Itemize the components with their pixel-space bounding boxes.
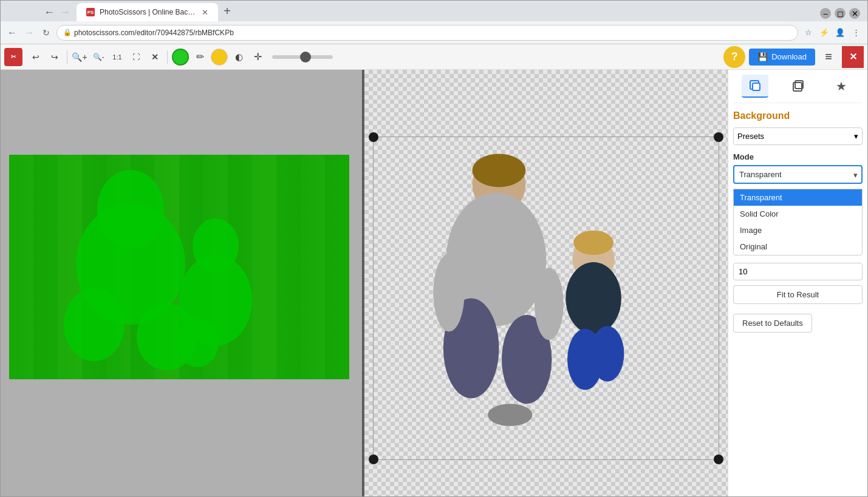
mode-dropdown-menu[interactable]: Transparent Solid Color Image Original: [733, 189, 863, 255]
original-image: [9, 155, 349, 379]
background-section: Background Presets ▾ Mode Transparent So…: [733, 110, 863, 333]
back-btn[interactable]: ←: [43, 6, 55, 19]
download-button[interactable]: 💾 Download: [749, 49, 815, 66]
editor-main: ★ Background Presets ▾ Mode: [1, 70, 867, 496]
keep-tool-button[interactable]: [172, 49, 189, 66]
dropdown-item-transparent[interactable]: Transparent: [734, 189, 862, 206]
toolbar-separator: [67, 50, 67, 64]
svg-point-12: [488, 404, 532, 426]
sidebar: ★ Background Presets ▾ Mode: [728, 70, 867, 496]
zoom-out-button[interactable]: 🔍-: [89, 48, 108, 66]
dropdown-item-solid-color[interactable]: Solid Color: [734, 206, 862, 222]
svg-point-17: [566, 262, 621, 334]
redo-button[interactable]: ↪: [46, 48, 64, 66]
tab-title: PhotoScissors | Online Backgrou...: [100, 8, 197, 16]
zoom-actual-button[interactable]: 1:1: [108, 48, 126, 66]
refresh-btn[interactable]: ↻: [39, 26, 53, 39]
mode-select[interactable]: Transparent Solid Color Image Original: [733, 165, 863, 184]
svg-point-19: [590, 326, 624, 382]
svg-point-6: [176, 319, 219, 367]
result-image: [373, 137, 720, 460]
app-toolbar: ✂ ↩ ↪ 🔍+ 🔍- 1:1 ⛶ ✕ ✏ ◐: [1, 44, 867, 70]
mode-label: Mode: [733, 152, 863, 161]
close-window-btn[interactable]: ✕: [849, 8, 860, 19]
slider-track[interactable]: [272, 55, 333, 59]
panel-divider: [362, 70, 363, 496]
tab-cutout[interactable]: [785, 75, 812, 98]
url-text: photoscissors.com/editor/709442875/rbMBf…: [74, 29, 234, 37]
browser-actions: ☆ ⚡ 👤 ⋮: [802, 26, 863, 39]
browser-frame: ← → PS PhotoScissors | Online Backgrou..…: [0, 0, 868, 497]
new-tab-button[interactable]: +: [218, 2, 236, 19]
main-menu-button[interactable]: ≡: [819, 47, 838, 67]
browser-menu-icon[interactable]: ⋮: [849, 26, 863, 39]
figure-overlay: [9, 155, 349, 379]
cancel-button[interactable]: ✕: [146, 48, 164, 66]
result-image-container[interactable]: [373, 137, 720, 460]
zoom-in-button[interactable]: 🔍+: [70, 48, 89, 66]
reset-defaults-button[interactable]: Reset to Defaults: [733, 314, 812, 333]
dropdown-item-image[interactable]: Image: [734, 222, 862, 238]
mode-select-container[interactable]: Transparent Solid Color Image Original ▾: [733, 165, 863, 184]
slider-thumb[interactable]: [300, 52, 311, 63]
app-logo: ✂: [4, 48, 22, 66]
minimize-btn[interactable]: –: [820, 8, 831, 19]
svg-point-2: [64, 288, 125, 361]
color-picker-button[interactable]: [211, 49, 228, 66]
dropdown-item-original[interactable]: Original: [734, 238, 862, 255]
presets-chevron-icon: ▾: [854, 132, 858, 141]
help-button[interactable]: ?: [723, 46, 745, 68]
url-bar[interactable]: 🔒 photoscissors.com/editor/709442875/rbM…: [56, 25, 798, 41]
right-panel: [364, 70, 728, 496]
undo-button[interactable]: ↩: [27, 48, 45, 66]
sidebar-tabs: ★: [733, 75, 863, 103]
cutout-result-svg: [374, 137, 719, 459]
download-icon: 💾: [757, 52, 768, 62]
svg-point-16: [573, 231, 613, 255]
bookmark-star-icon[interactable]: ☆: [802, 26, 815, 39]
back-nav-btn[interactable]: ←: [5, 26, 19, 39]
zoom-fit-button[interactable]: ⛶: [127, 48, 145, 66]
editor-canvas[interactable]: [1, 70, 728, 496]
forward-nav-btn[interactable]: →: [22, 26, 36, 39]
profile-icon[interactable]: 👤: [833, 26, 847, 39]
tab-background[interactable]: [742, 75, 768, 98]
presets-button[interactable]: Presets ▾: [733, 127, 863, 145]
maximize-btn[interactable]: ◻: [835, 8, 846, 19]
margin-input[interactable]: [733, 263, 863, 280]
tab-premium[interactable]: ★: [828, 75, 855, 98]
active-tab[interactable]: PS PhotoScissors | Online Backgrou... ✕: [77, 3, 218, 21]
tab-row: ← → PS PhotoScissors | Online Backgrou..…: [1, 1, 867, 21]
remove-tool-button[interactable]: ✏: [191, 48, 209, 66]
move-tool-button[interactable]: ✛: [248, 48, 267, 66]
tab-favicon: PS: [86, 8, 95, 16]
fit-result-button[interactable]: Fit to Result: [733, 285, 863, 304]
svg-point-13: [433, 254, 464, 331]
svg-point-8: [472, 154, 525, 187]
layers-icon: [748, 78, 762, 93]
tab-close-icon[interactable]: ✕: [202, 8, 208, 17]
app-close-button[interactable]: ✕: [842, 46, 864, 68]
forward-btn[interactable]: →: [59, 6, 71, 19]
svg-point-14: [535, 268, 564, 340]
cutout-icon: [791, 79, 805, 93]
lock-icon: 🔒: [63, 29, 72, 36]
left-panel: [1, 70, 364, 496]
extensions-icon[interactable]: ⚡: [818, 26, 831, 39]
svg-rect-21: [753, 83, 760, 90]
eraser-tool-button[interactable]: ◐: [230, 48, 248, 66]
background-section-title: Background: [733, 110, 863, 121]
address-bar: ← → ↻ 🔒 photoscissors.com/editor/7094428…: [1, 21, 867, 44]
browser-chrome: ← → PS PhotoScissors | Online Backgrou..…: [1, 1, 867, 44]
brush-size-slider[interactable]: [272, 55, 333, 59]
app-body: ✂ ↩ ↪ 🔍+ 🔍- 1:1 ⛶ ✕ ✏ ◐: [1, 44, 867, 496]
toolbar-separator-2: [167, 50, 168, 64]
